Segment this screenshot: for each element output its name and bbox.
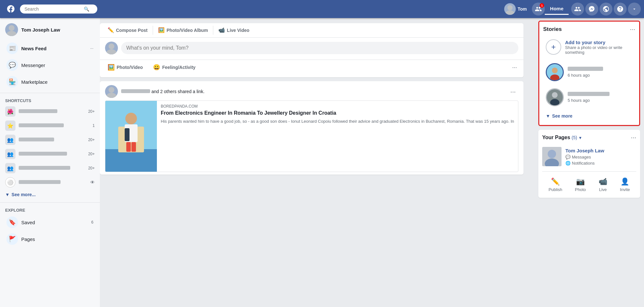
- page-info: Tom Joseph Law 💬 Messages 🌐 Notification…: [565, 148, 604, 166]
- live-video-tab[interactable]: 📹 Live Video: [213, 23, 255, 38]
- svg-point-21: [550, 99, 560, 106]
- feeling-action-btn[interactable]: 😀 Feeling/Activity: [148, 61, 200, 73]
- friend-requests-icon[interactable]: 1: [532, 3, 545, 15]
- nav-avatar: [504, 3, 516, 15]
- shortcut-label-3: [19, 137, 88, 142]
- live-btn[interactable]: 📹 Live: [595, 176, 611, 194]
- stories-more-btn[interactable]: ···: [630, 25, 635, 33]
- notifications-globe-icon: 🌐: [565, 161, 571, 166]
- stories-card: Stories ··· + Add to your story Share a …: [538, 21, 640, 126]
- pages-count[interactable]: (5) ▼: [572, 135, 582, 140]
- post-card: and 2 others shared a link. ···: [100, 81, 524, 175]
- publish-btn[interactable]: ✏️ Publish: [545, 176, 566, 194]
- pages-card: Your Pages (5) ▼ ··· Tom Joseph Law 💬 M: [538, 130, 640, 198]
- compose-post-tab[interactable]: ✏️ Compose Post: [102, 23, 153, 38]
- see-more-stories-btn[interactable]: ▼ See more: [543, 111, 635, 121]
- right-sidebar: Stories ··· + Add to your story Share a …: [534, 18, 644, 307]
- story-item-1[interactable]: 6 hours ago: [543, 61, 635, 84]
- photo-video-tab-label: Photo/Video Album: [167, 28, 208, 33]
- sidebar-divider-2: [0, 202, 100, 203]
- page-messages-action[interactable]: 💬 Messages: [565, 155, 604, 159]
- post-more-btn[interactable]: ···: [508, 87, 518, 97]
- help-icon-btn[interactable]: [614, 3, 627, 15]
- shortcut-item-3[interactable]: 👥 20+: [0, 133, 100, 147]
- photo-video-tab[interactable]: 🖼️ Photo/Video Album: [153, 23, 213, 38]
- compose-more-btn[interactable]: ···: [508, 62, 521, 73]
- search-bar[interactable]: 🔍: [20, 5, 97, 14]
- post-avatar: [105, 85, 118, 98]
- shortcut-count-3: 20+: [88, 138, 95, 142]
- shortcut-icon-3: 👥: [5, 135, 15, 145]
- sidebar-item-messenger[interactable]: 💬 Messenger: [1, 57, 99, 73]
- photo-btn[interactable]: 📷 Photo: [571, 176, 590, 194]
- nav-user-profile[interactable]: Tom: [504, 3, 527, 15]
- friend-requests-badge: 1: [540, 3, 544, 8]
- photo-icon: 📷: [576, 177, 585, 186]
- shortcut-count-5: 20+: [88, 166, 95, 170]
- svg-point-17: [552, 68, 558, 73]
- svg-point-7: [106, 93, 117, 98]
- sidebar-avatar: [5, 23, 18, 36]
- see-more-chevron-icon: ▼: [546, 113, 550, 119]
- shortcut-item-2[interactable]: ⭐ 1: [0, 119, 100, 133]
- sidebar-item-label-newsfeed: News Feed: [21, 46, 90, 51]
- messages-icon: 💬: [565, 155, 571, 159]
- publish-icon: ✏️: [551, 177, 560, 186]
- search-input[interactable]: [24, 6, 82, 12]
- messenger-icon: 💬: [6, 59, 18, 71]
- shortcut-item-4[interactable]: 👥 20+: [0, 147, 100, 161]
- friends-icon-btn[interactable]: [571, 3, 584, 15]
- invite-btn[interactable]: 👤 Invite: [616, 176, 634, 194]
- sidebar-item-newsfeed[interactable]: 📰 News Feed ···: [1, 40, 99, 57]
- page-notifications-action[interactable]: 🌐 Notifications: [565, 161, 604, 166]
- shortcut-count-4: 20+: [88, 152, 95, 156]
- story-info-2: 5 hours ago: [568, 92, 610, 103]
- globe-icon-btn[interactable]: [600, 3, 612, 15]
- post-link-preview[interactable]: BOREDPANDA.COM From Electronics Engineer…: [105, 101, 518, 172]
- explore-title: Explore: [0, 205, 100, 214]
- left-sidebar: Tom Joseph Law 📰 News Feed ··· 💬 Messeng…: [0, 18, 100, 307]
- marketplace-icon: 🏪: [6, 76, 18, 88]
- pages-title: Your Pages (5) ▼: [542, 135, 628, 140]
- sidebar-item-label-marketplace: Marketplace: [21, 79, 93, 85]
- sidebar-item-pages[interactable]: 🚩 Pages: [1, 231, 99, 247]
- shortcut-icon-2: ⭐: [5, 120, 15, 131]
- preview-desc: His parents wanted him to have a good jo…: [161, 119, 514, 124]
- post-shared-text: and 2 others shared a link.: [121, 89, 205, 94]
- dropdown-icon-btn[interactable]: [628, 3, 641, 15]
- photo-video-action-btn[interactable]: 🖼️ Photo/Video: [102, 61, 148, 73]
- publish-label: Publish: [549, 187, 562, 192]
- add-story-title: Add to your story: [565, 40, 633, 45]
- svg-rect-14: [126, 142, 131, 152]
- pages-more-btn[interactable]: ···: [631, 134, 636, 141]
- newsfeed-more: ···: [90, 46, 93, 51]
- page-item-1: Tom Joseph Law 💬 Messages 🌐 Notification…: [542, 145, 636, 168]
- page-name[interactable]: Tom Joseph Law: [565, 148, 604, 153]
- shortcut-label-6: [19, 180, 90, 185]
- photo-video-btn-icon: 🖼️: [108, 64, 115, 71]
- page-avatar: [542, 147, 562, 166]
- shortcut-item-6[interactable]: ⚪ 👁: [0, 175, 100, 189]
- post-meta: and 2 others shared a link.: [121, 89, 508, 94]
- nav-icons-group: [571, 3, 641, 15]
- live-video-tab-icon: 📹: [218, 27, 225, 33]
- see-more-shortcuts[interactable]: ▼ See more...: [0, 189, 100, 200]
- nav-home[interactable]: Home: [545, 3, 569, 15]
- messenger-icon-btn[interactable]: [585, 3, 598, 15]
- svg-point-2: [9, 25, 14, 31]
- compose-actions: 🖼️ Photo/Video 😀 Feeling/Activity ···: [100, 60, 524, 77]
- compose-input[interactable]: [121, 42, 518, 54]
- shortcut-item-1[interactable]: 🌺 20+: [0, 104, 100, 119]
- svg-rect-13: [125, 128, 130, 141]
- sidebar-item-marketplace[interactable]: 🏪 Marketplace: [1, 73, 99, 90]
- story-add-text: Add to your story Share a photo or video…: [565, 40, 633, 55]
- story-avatar-1: [546, 63, 564, 81]
- visibility-icon: 👁: [90, 180, 95, 185]
- svg-point-0: [507, 5, 513, 10]
- story-item-2[interactable]: 5 hours ago: [543, 86, 635, 109]
- shortcut-count-2: 1: [92, 123, 95, 128]
- sidebar-item-saved[interactable]: 🔖 Saved 6: [1, 214, 99, 231]
- shortcut-item-5[interactable]: 👥 20+: [0, 161, 100, 175]
- sidebar-profile[interactable]: Tom Joseph Law: [0, 21, 100, 40]
- add-to-story-btn[interactable]: + Add to your story Share a photo or vid…: [543, 37, 635, 57]
